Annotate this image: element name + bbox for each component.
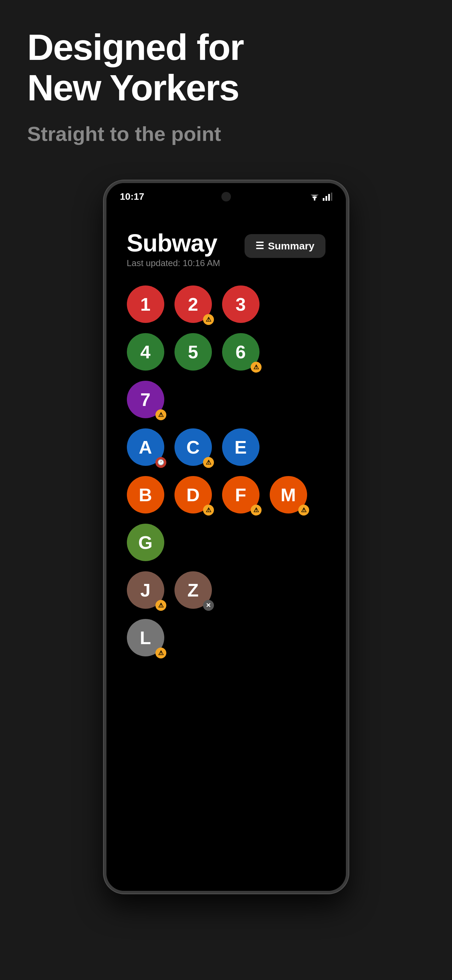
svg-point-2 bbox=[314, 199, 315, 200]
signal-icon bbox=[323, 192, 332, 201]
line-item-E[interactable]: E bbox=[222, 428, 263, 469]
app-title: Subway bbox=[127, 231, 220, 255]
badge-C: ⚠ bbox=[203, 457, 214, 468]
lines-row-4: BD⚠F⚠M⚠ bbox=[127, 476, 325, 517]
line-circle-B: B bbox=[127, 476, 164, 514]
badge-D: ⚠ bbox=[203, 504, 214, 515]
app-header: Subway Last updated: 10:16 AM ☰ Summary bbox=[127, 231, 325, 269]
line-item-3[interactable]: 3 bbox=[222, 285, 263, 326]
phone-frame: 10:17 Subway Last u bbox=[104, 180, 349, 894]
line-item-L[interactable]: L⚠ bbox=[127, 619, 168, 660]
lines-row-7: L⚠ bbox=[127, 619, 325, 660]
lines-grid: 12⚠3456⚠7⚠A🕐C⚠EBD⚠F⚠M⚠GJ⚠Z✕L⚠ bbox=[127, 285, 325, 660]
line-circle-5: 5 bbox=[174, 333, 212, 371]
line-item-C[interactable]: C⚠ bbox=[174, 428, 215, 469]
line-circle-3: 3 bbox=[222, 285, 260, 323]
svg-marker-1 bbox=[311, 195, 319, 197]
line-item-F[interactable]: F⚠ bbox=[222, 476, 263, 517]
line-circle-4: 4 bbox=[127, 333, 164, 371]
line-circle-G: G bbox=[127, 524, 164, 561]
line-item-B[interactable]: B bbox=[127, 476, 168, 517]
lines-row-3: A🕐C⚠E bbox=[127, 428, 325, 469]
lines-row-6: J⚠Z✕ bbox=[127, 571, 325, 612]
badge-F: ⚠ bbox=[251, 504, 262, 515]
wifi-icon bbox=[309, 192, 320, 201]
badge-Z: ✕ bbox=[203, 600, 214, 611]
app-last-updated: Last updated: 10:16 AM bbox=[127, 258, 220, 269]
svg-rect-4 bbox=[325, 196, 327, 201]
line-item-2[interactable]: 2⚠ bbox=[174, 285, 215, 326]
line-circle-E: E bbox=[222, 428, 260, 466]
lines-row-5: G bbox=[127, 524, 325, 565]
svg-rect-5 bbox=[328, 194, 330, 201]
hero-title: Designed for New Yorkers bbox=[27, 27, 425, 108]
phone-wrapper: 10:17 Subway Last u bbox=[0, 180, 452, 894]
summary-button[interactable]: ☰ Summary bbox=[244, 234, 325, 258]
badge-L: ⚠ bbox=[155, 648, 166, 659]
line-item-Z[interactable]: Z✕ bbox=[174, 571, 215, 612]
lines-row-2: 7⚠ bbox=[127, 381, 325, 422]
line-item-G[interactable]: G bbox=[127, 524, 168, 565]
line-circle-1: 1 bbox=[127, 285, 164, 323]
line-item-5[interactable]: 5 bbox=[174, 333, 215, 374]
status-time: 10:17 bbox=[120, 191, 144, 202]
line-item-J[interactable]: J⚠ bbox=[127, 571, 168, 612]
badge-7: ⚠ bbox=[155, 409, 166, 420]
line-item-6[interactable]: 6⚠ bbox=[222, 333, 263, 374]
lines-row-0: 12⚠3 bbox=[127, 285, 325, 326]
lines-row-1: 456⚠ bbox=[127, 333, 325, 374]
line-item-M[interactable]: M⚠ bbox=[270, 476, 311, 517]
summary-button-label: Summary bbox=[268, 240, 315, 252]
status-bar: 10:17 bbox=[106, 183, 346, 210]
line-item-1[interactable]: 1 bbox=[127, 285, 168, 326]
line-item-7[interactable]: 7⚠ bbox=[127, 381, 168, 422]
line-item-D[interactable]: D⚠ bbox=[174, 476, 215, 517]
camera-notch bbox=[221, 192, 231, 202]
phone-content: Subway Last updated: 10:16 AM ☰ Summary … bbox=[106, 210, 346, 891]
badge-J: ⚠ bbox=[155, 600, 166, 611]
badge-2: ⚠ bbox=[203, 314, 214, 325]
line-item-A[interactable]: A🕐 bbox=[127, 428, 168, 469]
app-title-block: Subway Last updated: 10:16 AM bbox=[127, 231, 220, 269]
badge-A: 🕐 bbox=[155, 457, 166, 468]
svg-rect-6 bbox=[331, 192, 332, 201]
summary-icon: ☰ bbox=[255, 240, 264, 251]
hero-section: Designed for New Yorkers Straight to the… bbox=[0, 0, 452, 167]
hero-subtitle: Straight to the point bbox=[27, 122, 425, 146]
line-item-4[interactable]: 4 bbox=[127, 333, 168, 374]
svg-rect-3 bbox=[323, 198, 325, 201]
badge-M: ⚠ bbox=[298, 504, 309, 515]
status-icons bbox=[309, 192, 332, 201]
badge-6: ⚠ bbox=[251, 362, 262, 372]
